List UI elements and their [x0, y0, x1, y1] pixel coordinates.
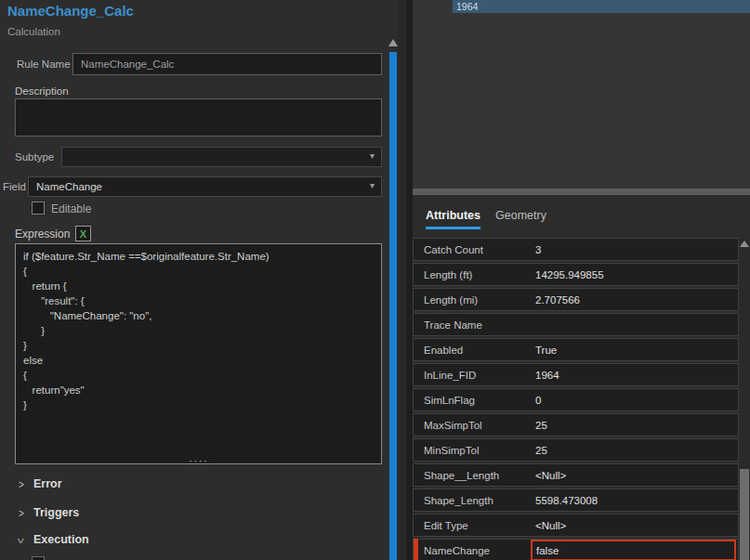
table-row[interactable]: Length (mi)2.707566 [413, 288, 739, 311]
field-name-cell: Shape__Length [414, 464, 531, 486]
pane-splitter-handle[interactable] [413, 189, 750, 195]
field-value-cell[interactable]: 14295.949855 [531, 264, 736, 285]
editable-label: Editable [51, 202, 91, 215]
field-value-cell[interactable]: <Null> [531, 464, 736, 486]
rule-name-input[interactable] [72, 53, 382, 75]
field-label: Field [3, 181, 26, 192]
field-name-cell: MinSimpTol [414, 439, 531, 461]
expression-label: Expression [15, 228, 70, 241]
field-value-cell[interactable]: <Null> [531, 514, 736, 536]
left-panel-scrollbar[interactable] [389, 39, 397, 560]
field-name-cell: Shape_Length [414, 489, 531, 511]
editable-checkbox[interactable] [32, 202, 45, 215]
section-triggers[interactable]: > Triggers [0, 506, 381, 523]
field-name-cell: SimLnFlag [414, 389, 531, 410]
attributes-pane: Attributes Geometry Catch Count3Length (… [413, 195, 750, 560]
table-row[interactable]: Catch Count3 [413, 238, 739, 261]
rule-title: NameChange_Calc [7, 3, 134, 19]
feature-inspector-panel: 1964 Attributes Geometry Catch Count3Len… [413, 0, 750, 560]
selected-feature-id: 1964 [456, 1, 478, 12]
field-value: NameChange [36, 181, 102, 192]
rule-name-label: Rule Name [17, 59, 71, 70]
table-row[interactable]: NameChangefalse [413, 539, 739, 560]
scrollbar-thumb[interactable] [740, 469, 749, 560]
table-row[interactable]: Shape_Length5598.473008 [413, 488, 739, 512]
panel-divider-dark [406, 0, 413, 560]
tab-attributes[interactable]: Attributes [426, 209, 480, 229]
field-name-cell: Enabled [414, 339, 531, 360]
table-row[interactable]: MinSimpTol25 [413, 438, 739, 462]
arcgis-attribute-rule-window: NameChange_Calc Calculation Rule Name De… [0, 0, 750, 560]
feature-list-area: 1964 [413, 0, 750, 189]
resize-grip[interactable]: ···· [16, 457, 381, 464]
section-execution[interactable]: > Execution [0, 533, 381, 550]
field-value-cell[interactable]: false [531, 540, 736, 560]
chevron-down-icon: > [15, 539, 28, 544]
attributes-table: Catch Count3Length (ft)14295.949855Lengt… [413, 238, 739, 560]
field-dropdown[interactable]: NameChange ▾ [28, 176, 382, 197]
field-value-cell[interactable]: 25 [531, 439, 736, 461]
chevron-down-icon: ▾ [370, 150, 375, 161]
field-name-cell: NameChange [414, 540, 531, 560]
field-value-cell[interactable]: 0 [531, 389, 736, 410]
field-name-cell: MaxSimpTol [414, 414, 531, 436]
section-error[interactable]: > Error [0, 477, 381, 494]
field-value-cell[interactable]: 2.707566 [531, 289, 736, 310]
subtype-dropdown[interactable]: ▾ [61, 147, 382, 167]
field-value-cell[interactable]: 25 [531, 414, 736, 436]
panel-divider [398, 0, 406, 560]
field-value-cell[interactable]: 1964 [531, 364, 736, 385]
subtype-label: Subtype [15, 151, 54, 163]
scrollbar-thumb[interactable] [389, 52, 397, 560]
inspector-tabs: Attributes Geometry [426, 209, 546, 229]
description-label: Description [15, 85, 69, 97]
table-row[interactable]: Trace Name [413, 313, 739, 336]
chevron-right-icon: > [19, 506, 24, 519]
description-input[interactable] [15, 98, 382, 137]
selected-feature-row[interactable]: 1964 [453, 0, 750, 13]
field-value-cell[interactable]: True [531, 339, 736, 360]
calculation-rule-panel: NameChange_Calc Calculation Rule Name De… [0, 0, 400, 560]
table-row[interactable]: Edit Type<Null> [413, 514, 739, 537]
field-name-cell: Length (ft) [414, 264, 531, 285]
table-row[interactable]: Shape__Length<Null> [413, 463, 739, 487]
table-row[interactable]: MaxSimpTol25 [413, 413, 739, 436]
field-value-cell[interactable] [531, 314, 736, 335]
field-name-cell: Catch Count [414, 239, 531, 260]
chevron-down-icon: ▾ [370, 180, 375, 190]
tab-geometry[interactable]: Geometry [495, 209, 546, 229]
scroll-up-arrow-icon[interactable] [740, 241, 749, 247]
expression-editor[interactable]: if ($feature.Str_Name ==$originalfeature… [15, 243, 382, 464]
execution-option-checkbox[interactable] [32, 556, 45, 560]
field-name-cell: Edit Type [414, 514, 531, 536]
table-scrollbar[interactable] [739, 238, 750, 560]
table-row[interactable]: InLine_FID1964 [413, 363, 739, 386]
field-name-cell: Length (mi) [414, 289, 531, 310]
field-name-cell: Trace Name [414, 314, 531, 335]
expression-code[interactable]: if ($feature.Str_Name ==$originalfeature… [16, 244, 381, 417]
table-row[interactable]: EnabledTrue [413, 338, 739, 361]
chevron-right-icon: > [19, 477, 24, 490]
field-value-cell[interactable]: 5598.473008 [531, 489, 736, 511]
rule-type-label: Calculation [7, 26, 60, 37]
table-row[interactable]: Length (ft)14295.949855 [413, 263, 739, 286]
scroll-up-arrow-icon[interactable] [388, 39, 398, 46]
field-value-cell[interactable]: 3 [531, 239, 736, 260]
field-name-cell: InLine_FID [414, 364, 531, 385]
arcade-expression-icon[interactable]: X [75, 226, 91, 241]
table-row[interactable]: SimLnFlag0 [413, 388, 739, 411]
